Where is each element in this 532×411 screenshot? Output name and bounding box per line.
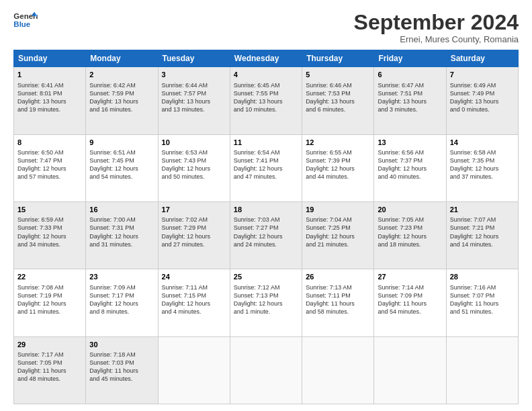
day-number: 28 — [450, 272, 515, 282]
day-cell-2-7: 14Sunrise: 6:58 AMSunset: 7:35 PMDayligh… — [446, 134, 518, 201]
day-info: Sunrise: 6:56 AMSunset: 7:37 PMDaylight:… — [378, 148, 442, 181]
day-info: Sunrise: 7:05 AMSunset: 7:23 PMDaylight:… — [378, 216, 442, 248]
day-info: Sunrise: 7:03 AMSunset: 7:27 PMDaylight:… — [234, 216, 298, 248]
day-info: Sunrise: 6:51 AMSunset: 7:45 PMDaylight:… — [89, 148, 154, 181]
day-number: 17 — [162, 205, 226, 215]
day-number: 11 — [234, 138, 298, 148]
day-cell-3-5: 19Sunrise: 7:04 AMSunset: 7:25 PMDayligh… — [302, 201, 374, 269]
day-cell-2-5: 12Sunrise: 6:55 AMSunset: 7:39 PMDayligh… — [302, 134, 374, 201]
day-cell-5-4 — [230, 336, 302, 404]
day-number: 8 — [17, 138, 82, 148]
day-number: 16 — [89, 205, 154, 215]
day-cell-5-6 — [374, 336, 446, 404]
day-number: 23 — [89, 272, 154, 282]
calendar-header: Sunday Monday Tuesday Wednesday Thursday… — [14, 50, 519, 67]
day-info: Sunrise: 7:11 AMSunset: 7:15 PMDaylight:… — [162, 283, 226, 316]
day-number: 1 — [17, 70, 82, 80]
col-saturday: Saturday — [446, 50, 518, 67]
day-info: Sunrise: 7:09 AMSunset: 7:17 PMDaylight:… — [89, 283, 154, 316]
day-info: Sunrise: 7:16 AMSunset: 7:07 PMDaylight:… — [450, 283, 515, 316]
col-tuesday: Tuesday — [158, 50, 230, 67]
day-number: 9 — [89, 138, 154, 148]
day-number: 3 — [162, 70, 226, 80]
logo-icon: General Blue — [13, 11, 38, 31]
day-info: Sunrise: 6:59 AMSunset: 7:33 PMDaylight:… — [17, 216, 82, 248]
day-number: 19 — [306, 205, 370, 215]
day-number: 13 — [378, 138, 442, 148]
day-cell-4-6: 27Sunrise: 7:14 AMSunset: 7:09 PMDayligh… — [374, 269, 446, 336]
day-cell-1-1: 1Sunrise: 6:41 AMSunset: 8:01 PMDaylight… — [14, 67, 86, 134]
day-cell-5-5 — [302, 336, 374, 404]
day-number: 12 — [306, 138, 370, 148]
day-info: Sunrise: 7:14 AMSunset: 7:09 PMDaylight:… — [378, 283, 442, 316]
col-thursday: Thursday — [302, 50, 374, 67]
day-cell-4-1: 22Sunrise: 7:08 AMSunset: 7:19 PMDayligh… — [14, 269, 86, 336]
week-row-3: 15Sunrise: 6:59 AMSunset: 7:33 PMDayligh… — [14, 201, 519, 269]
day-cell-5-3 — [158, 336, 230, 404]
day-info: Sunrise: 7:17 AMSunset: 7:05 PMDaylight:… — [17, 351, 82, 383]
day-info: Sunrise: 6:50 AMSunset: 7:47 PMDaylight:… — [17, 148, 82, 181]
day-cell-3-6: 20Sunrise: 7:05 AMSunset: 7:23 PMDayligh… — [374, 201, 446, 269]
day-info: Sunrise: 6:58 AMSunset: 7:35 PMDaylight:… — [450, 148, 515, 181]
day-info: Sunrise: 7:00 AMSunset: 7:31 PMDaylight:… — [89, 216, 154, 248]
week-row-1: 1Sunrise: 6:41 AMSunset: 8:01 PMDaylight… — [14, 67, 519, 134]
day-cell-4-7: 28Sunrise: 7:16 AMSunset: 7:07 PMDayligh… — [446, 269, 518, 336]
week-row-5: 29Sunrise: 7:17 AMSunset: 7:05 PMDayligh… — [14, 336, 519, 404]
day-number: 14 — [450, 138, 515, 148]
day-cell-3-1: 15Sunrise: 6:59 AMSunset: 7:33 PMDayligh… — [14, 201, 86, 269]
day-cell-1-6: 6Sunrise: 6:47 AMSunset: 7:51 PMDaylight… — [374, 67, 446, 134]
day-number: 6 — [378, 70, 442, 80]
day-cell-3-2: 16Sunrise: 7:00 AMSunset: 7:31 PMDayligh… — [86, 201, 158, 269]
col-monday: Monday — [86, 50, 158, 67]
day-cell-5-1: 29Sunrise: 7:17 AMSunset: 7:05 PMDayligh… — [14, 336, 86, 404]
day-number: 5 — [306, 70, 370, 80]
day-cell-4-4: 25Sunrise: 7:12 AMSunset: 7:13 PMDayligh… — [230, 269, 302, 336]
day-info: Sunrise: 7:02 AMSunset: 7:29 PMDaylight:… — [162, 216, 226, 248]
day-info: Sunrise: 6:49 AMSunset: 7:49 PMDaylight:… — [450, 81, 515, 114]
col-sunday: Sunday — [14, 50, 86, 67]
day-number: 30 — [89, 340, 154, 350]
day-info: Sunrise: 7:18 AMSunset: 7:03 PMDaylight:… — [89, 351, 154, 383]
day-number: 29 — [17, 340, 82, 350]
day-cell-5-7 — [446, 336, 518, 404]
day-cell-1-2: 2Sunrise: 6:42 AMSunset: 7:59 PMDaylight… — [86, 67, 158, 134]
month-title: September 2024 — [354, 11, 519, 34]
day-info: Sunrise: 7:07 AMSunset: 7:21 PMDaylight:… — [450, 216, 515, 248]
day-cell-2-4: 11Sunrise: 6:54 AMSunset: 7:41 PMDayligh… — [230, 134, 302, 201]
day-cell-2-1: 8Sunrise: 6:50 AMSunset: 7:47 PMDaylight… — [14, 134, 86, 201]
calendar-table: Sunday Monday Tuesday Wednesday Thursday… — [13, 50, 519, 404]
day-info: Sunrise: 7:04 AMSunset: 7:25 PMDaylight:… — [306, 216, 370, 248]
week-row-2: 8Sunrise: 6:50 AMSunset: 7:47 PMDaylight… — [14, 134, 519, 201]
calendar-body: 1Sunrise: 6:41 AMSunset: 8:01 PMDaylight… — [14, 67, 519, 404]
day-cell-2-3: 10Sunrise: 6:53 AMSunset: 7:43 PMDayligh… — [158, 134, 230, 201]
week-row-4: 22Sunrise: 7:08 AMSunset: 7:19 PMDayligh… — [14, 269, 519, 336]
day-number: 10 — [162, 138, 226, 148]
day-number: 7 — [450, 70, 515, 80]
day-cell-3-7: 21Sunrise: 7:07 AMSunset: 7:21 PMDayligh… — [446, 201, 518, 269]
day-number: 27 — [378, 272, 442, 282]
day-cell-5-2: 30Sunrise: 7:18 AMSunset: 7:03 PMDayligh… — [86, 336, 158, 404]
day-number: 25 — [234, 272, 298, 282]
subtitle: Ernei, Mures County, Romania — [354, 34, 519, 44]
header-row: Sunday Monday Tuesday Wednesday Thursday… — [14, 50, 519, 67]
day-cell-4-5: 26Sunrise: 7:13 AMSunset: 7:11 PMDayligh… — [302, 269, 374, 336]
svg-text:Blue: Blue — [13, 20, 30, 28]
logo: General Blue — [13, 11, 38, 31]
day-cell-2-2: 9Sunrise: 6:51 AMSunset: 7:45 PMDaylight… — [86, 134, 158, 201]
day-number: 4 — [234, 70, 298, 80]
day-cell-3-4: 18Sunrise: 7:03 AMSunset: 7:27 PMDayligh… — [230, 201, 302, 269]
day-number: 22 — [17, 272, 82, 282]
day-info: Sunrise: 6:54 AMSunset: 7:41 PMDaylight:… — [234, 148, 298, 181]
day-cell-1-7: 7Sunrise: 6:49 AMSunset: 7:49 PMDaylight… — [446, 67, 518, 134]
day-info: Sunrise: 6:45 AMSunset: 7:55 PMDaylight:… — [234, 81, 298, 114]
page: General Blue September 2024 Ernei, Mures… — [0, 0, 532, 411]
day-info: Sunrise: 7:12 AMSunset: 7:13 PMDaylight:… — [234, 283, 298, 316]
day-cell-3-3: 17Sunrise: 7:02 AMSunset: 7:29 PMDayligh… — [158, 201, 230, 269]
col-friday: Friday — [374, 50, 446, 67]
day-info: Sunrise: 6:47 AMSunset: 7:51 PMDaylight:… — [378, 81, 442, 114]
day-cell-1-5: 5Sunrise: 6:46 AMSunset: 7:53 PMDaylight… — [302, 67, 374, 134]
day-number: 18 — [234, 205, 298, 215]
day-cell-4-3: 24Sunrise: 7:11 AMSunset: 7:15 PMDayligh… — [158, 269, 230, 336]
day-number: 21 — [450, 205, 515, 215]
day-info: Sunrise: 6:53 AMSunset: 7:43 PMDaylight:… — [162, 148, 226, 181]
